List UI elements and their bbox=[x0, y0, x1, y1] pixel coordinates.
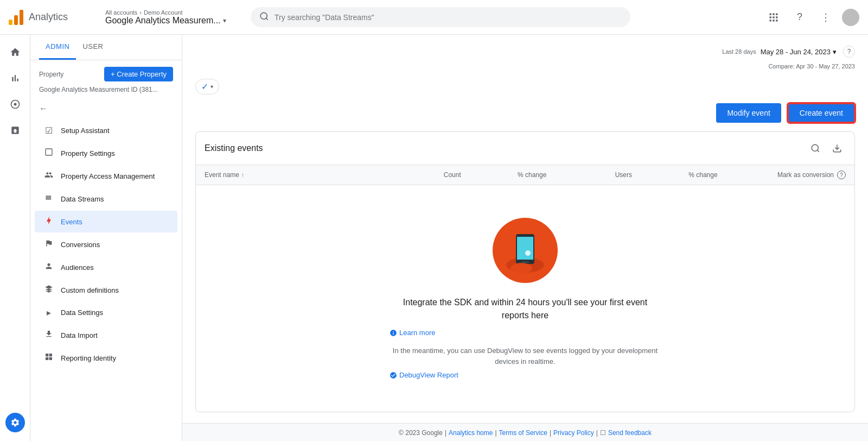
audiences-icon bbox=[43, 262, 54, 273]
svg-rect-25 bbox=[521, 261, 529, 263]
tab-admin[interactable]: ADMIN bbox=[39, 35, 76, 60]
events-content: Last 28 days May 28 - Jun 24, 2023 ▾ ? C… bbox=[182, 35, 868, 423]
sidebar-item-conversions[interactable]: Conversions bbox=[35, 234, 177, 255]
admin-sidebar: ADMIN USER Property + Create Property Go… bbox=[30, 35, 182, 441]
existing-events-title: Existing events bbox=[205, 143, 263, 153]
more-options-button[interactable]: ⋮ bbox=[816, 8, 835, 27]
svg-rect-9 bbox=[773, 20, 774, 21]
sidebar-item-data-import[interactable]: Data Import bbox=[35, 324, 177, 346]
property-id: Google Analytics Measurement ID (381... bbox=[30, 86, 182, 98]
admin-tabs: ADMIN USER bbox=[30, 35, 182, 60]
sidebar-item-custom-definitions[interactable]: Custom definitions bbox=[35, 279, 177, 301]
property-selector[interactable]: Google Analytics Measurem... ▾ bbox=[105, 16, 235, 26]
debug-link[interactable]: DebugView Report bbox=[390, 371, 661, 379]
svg-rect-15 bbox=[49, 354, 52, 356]
col-mark-conversion: Mark as conversion ? bbox=[718, 171, 846, 179]
help-button[interactable]: ? bbox=[790, 8, 809, 27]
date-range-bar: Last 28 days May 28 - Jun 24, 2023 ▾ ? bbox=[195, 46, 855, 58]
compare-date: Compare: Apr 30 - May 27, 2023 bbox=[768, 63, 855, 70]
date-help-button[interactable]: ? bbox=[843, 46, 855, 58]
data-streams-icon bbox=[43, 193, 54, 204]
footer-link-terms[interactable]: Terms of Service bbox=[499, 429, 547, 437]
back-button[interactable]: ← bbox=[35, 100, 52, 117]
empty-description: In the meantime, you can use DebugView t… bbox=[390, 345, 661, 367]
sidebar-item-setup-assistant[interactable]: ☑ Setup Assistant bbox=[35, 120, 177, 141]
chevron-down-icon: ▾ bbox=[223, 17, 226, 24]
sidebar-label-data-settings: Data Settings bbox=[61, 308, 103, 317]
sidebar-label-reporting-identity: Reporting Identity bbox=[61, 354, 116, 362]
modify-event-button[interactable]: Modify event bbox=[716, 103, 781, 123]
date-range-label: Last 28 days bbox=[722, 48, 756, 55]
svg-line-1 bbox=[266, 18, 267, 20]
sidebar-item-data-settings[interactable]: ▸ Data Settings bbox=[35, 302, 177, 323]
avatar[interactable] bbox=[842, 9, 859, 26]
property-header: Property + Create Property bbox=[30, 60, 182, 86]
svg-rect-6 bbox=[773, 16, 774, 18]
create-property-button[interactable]: + Create Property bbox=[104, 67, 173, 81]
sidebar-label-custom-def: Custom definitions bbox=[61, 286, 119, 294]
settings-page-icon bbox=[43, 148, 54, 159]
footer-link-feedback[interactable]: Send feedback bbox=[608, 429, 652, 437]
nav-home[interactable] bbox=[4, 41, 26, 63]
sidebar-label-data-import: Data Import bbox=[61, 331, 98, 339]
svg-rect-10 bbox=[776, 20, 777, 21]
topbar: Analytics All accounts › Demo Account Go… bbox=[0, 0, 868, 35]
nav-reports[interactable] bbox=[4, 67, 26, 89]
events-empty-state: Integrate the SDK and within 24 hours yo… bbox=[196, 185, 854, 412]
conversion-help-icon[interactable]: ? bbox=[837, 171, 846, 179]
date-range-picker[interactable]: May 28 - Jun 24, 2023 ▾ bbox=[761, 48, 837, 56]
empty-illustration bbox=[493, 218, 558, 283]
events-toolbar: Modify event Create event bbox=[195, 103, 855, 123]
filter-chip[interactable]: ✓ ▾ bbox=[195, 79, 219, 94]
sidebar-label-audiences: Audiences bbox=[61, 263, 94, 272]
sidebar-label-data-streams: Data Streams bbox=[61, 195, 104, 203]
sidebar-label-setup: Setup Assistant bbox=[61, 127, 110, 135]
breadcrumb: All accounts › Demo Account bbox=[105, 9, 235, 16]
search-bar[interactable] bbox=[251, 7, 630, 27]
sort-arrow-icon: ↑ bbox=[241, 172, 244, 178]
filter-bar: ✓ ▾ bbox=[195, 79, 855, 94]
footer: © 2023 Google | Analytics home | Terms o… bbox=[182, 423, 868, 441]
svg-point-18 bbox=[812, 144, 818, 151]
back-button-wrap: ← bbox=[30, 98, 182, 119]
apps-button[interactable] bbox=[764, 8, 783, 27]
download-events-button[interactable] bbox=[828, 140, 846, 157]
topbar-actions: ? ⋮ bbox=[764, 8, 859, 27]
filter-check-icon: ✓ bbox=[201, 81, 208, 92]
sidebar-item-events[interactable]: Events bbox=[35, 211, 177, 232]
learn-more-link[interactable]: Learn more bbox=[390, 329, 661, 337]
svg-line-19 bbox=[817, 150, 819, 152]
create-event-button[interactable]: Create event bbox=[788, 103, 855, 123]
tab-user[interactable]: USER bbox=[76, 35, 110, 60]
col-event-name[interactable]: Event name ↑ bbox=[205, 171, 375, 179]
nav-advertising[interactable] bbox=[4, 119, 26, 141]
svg-rect-23 bbox=[517, 237, 533, 260]
svg-rect-4 bbox=[776, 13, 777, 15]
search-events-button[interactable] bbox=[807, 140, 824, 157]
search-icon bbox=[259, 11, 269, 23]
logo-icon bbox=[9, 10, 23, 25]
people-icon bbox=[43, 171, 54, 181]
settings-button[interactable] bbox=[5, 413, 25, 432]
svg-point-0 bbox=[260, 12, 267, 19]
sidebar-item-data-streams[interactable]: Data Streams bbox=[35, 188, 177, 210]
app-name: Analytics bbox=[29, 11, 68, 23]
date-chevron-icon: ▾ bbox=[833, 48, 837, 56]
events-card: Existing events Event name ↑ bbox=[195, 131, 855, 412]
svg-rect-16 bbox=[46, 357, 48, 360]
search-input[interactable] bbox=[275, 13, 622, 22]
sidebar-item-reporting-identity[interactable]: Reporting Identity bbox=[35, 347, 177, 369]
footer-link-privacy[interactable]: Privacy Policy bbox=[553, 429, 594, 437]
sidebar-item-audiences[interactable]: Audiences bbox=[35, 256, 177, 278]
sidebar-item-property-access[interactable]: Property Access Management bbox=[35, 165, 177, 187]
checkbox-icon: ☑ bbox=[43, 125, 54, 136]
filter-chevron-icon: ▾ bbox=[210, 84, 213, 90]
feedback-icon: ☐ bbox=[600, 429, 606, 437]
sidebar-label-property-access: Property Access Management bbox=[61, 172, 155, 180]
account-selector[interactable]: All accounts › Demo Account Google Analy… bbox=[105, 9, 235, 26]
nav-explore[interactable] bbox=[4, 93, 26, 115]
sidebar-item-property-settings[interactable]: Property Settings bbox=[35, 142, 177, 164]
col-count: Count bbox=[375, 171, 461, 179]
footer-link-analytics-home[interactable]: Analytics home bbox=[449, 429, 493, 437]
copyright: © 2023 Google bbox=[399, 429, 443, 437]
